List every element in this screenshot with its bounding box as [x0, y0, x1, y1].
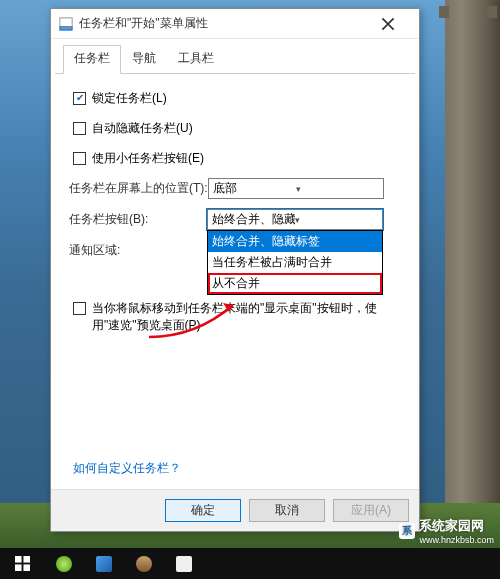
app-icon [136, 556, 152, 572]
tab-strip: 任务栏 导航 工具栏 [55, 39, 415, 74]
checkbox-box [73, 122, 86, 135]
taskbar-app-3[interactable] [124, 548, 164, 579]
start-button[interactable] [0, 548, 44, 579]
select-value: 始终合并、隐藏标签 [212, 211, 295, 228]
dropdown-option-never-combine[interactable]: 从不合并 [208, 273, 382, 294]
checkbox-label: 当你将鼠标移动到任务栏末端的"显示桌面"按钮时，使用"速览"预览桌面(P) [92, 300, 392, 334]
close-button[interactable] [371, 10, 411, 38]
tab-toolbars[interactable]: 工具栏 [167, 45, 225, 73]
checkbox-box [73, 152, 86, 165]
taskbar-properties-dialog: 任务栏和"开始"菜单属性 任务栏 导航 工具栏 ✔ 锁定任务栏(L) 自动隐藏任… [50, 8, 420, 532]
taskbar-buttons-select[interactable]: 始终合并、隐藏标签 ▾ 始终合并、隐藏标签 当任务栏被占满时合并 从不合并 [207, 209, 383, 230]
svg-rect-5 [23, 564, 30, 571]
title-icon [59, 17, 73, 31]
small-buttons-checkbox[interactable]: 使用小任务栏按钮(E) [73, 150, 204, 167]
taskbar-buttons-label: 任务栏按钮(B): [69, 211, 207, 228]
chevron-down-icon: ▾ [295, 215, 378, 225]
app-icon [96, 556, 112, 572]
select-value: 底部 [213, 180, 296, 197]
svg-rect-1 [60, 17, 72, 26]
peek-desktop-checkbox[interactable]: 当你将鼠标移动到任务栏末端的"显示桌面"按钮时，使用"速览"预览桌面(P) [73, 300, 392, 334]
taskbar-app-1[interactable] [44, 548, 84, 579]
svg-rect-3 [23, 556, 30, 563]
notification-area-label: 通知区域: [69, 242, 207, 259]
checkbox-label: 锁定任务栏(L) [92, 90, 167, 107]
autohide-taskbar-checkbox[interactable]: 自动隐藏任务栏(U) [73, 120, 193, 137]
close-icon [381, 17, 395, 31]
customize-taskbar-link[interactable]: 如何自定义任务栏？ [73, 461, 181, 475]
tab-navigation[interactable]: 导航 [121, 45, 167, 73]
position-label: 任务栏在屏幕上的位置(T): [69, 180, 208, 197]
cancel-button[interactable]: 取消 [249, 499, 325, 522]
svg-rect-2 [15, 556, 22, 563]
windows-logo-icon [15, 556, 30, 571]
svg-rect-4 [15, 564, 22, 571]
checkbox-label: 使用小任务栏按钮(E) [92, 150, 204, 167]
chevron-down-icon: ▾ [296, 184, 379, 194]
taskbar-app-2[interactable] [84, 548, 124, 579]
taskbar-app-4[interactable] [164, 548, 204, 579]
window-title: 任务栏和"开始"菜单属性 [79, 15, 371, 32]
app-icon [56, 556, 72, 572]
watermark: 系 系统家园网 www.hnzkbsb.com [399, 517, 494, 545]
dialog-button-row: 确定 取消 应用(A) [51, 489, 419, 531]
tab-taskbar[interactable]: 任务栏 [63, 45, 121, 74]
svg-rect-0 [60, 26, 72, 30]
checkbox-box [73, 302, 86, 315]
lock-taskbar-checkbox[interactable]: ✔ 锁定任务栏(L) [73, 90, 167, 107]
watermark-brand: 系统家园网 [419, 517, 494, 535]
app-icon [176, 556, 192, 572]
watermark-logo: 系 [399, 523, 415, 539]
taskbar-buttons-dropdown: 始终合并、隐藏标签 当任务栏被占满时合并 从不合并 [207, 230, 383, 295]
apply-button: 应用(A) [333, 499, 409, 522]
checkbox-box: ✔ [73, 92, 86, 105]
checkbox-label: 自动隐藏任务栏(U) [92, 120, 193, 137]
dropdown-option-always-combine[interactable]: 始终合并、隐藏标签 [208, 231, 382, 252]
watermark-text: 系统家园网 www.hnzkbsb.com [419, 517, 494, 545]
wallpaper-tower [445, 0, 500, 548]
dropdown-option-combine-when-full[interactable]: 当任务栏被占满时合并 [208, 252, 382, 273]
ok-button[interactable]: 确定 [165, 499, 241, 522]
titlebar[interactable]: 任务栏和"开始"菜单属性 [51, 9, 419, 39]
watermark-url: www.hnzkbsb.com [419, 535, 494, 545]
taskbar-position-select[interactable]: 底部 ▾ [208, 178, 384, 199]
desktop-background: 任务栏和"开始"菜单属性 任务栏 导航 工具栏 ✔ 锁定任务栏(L) 自动隐藏任… [0, 0, 500, 579]
tab-content: ✔ 锁定任务栏(L) 自动隐藏任务栏(U) 使用小任务栏按钮(E) 任务栏在屏幕… [51, 74, 419, 489]
windows-taskbar[interactable] [0, 548, 500, 579]
